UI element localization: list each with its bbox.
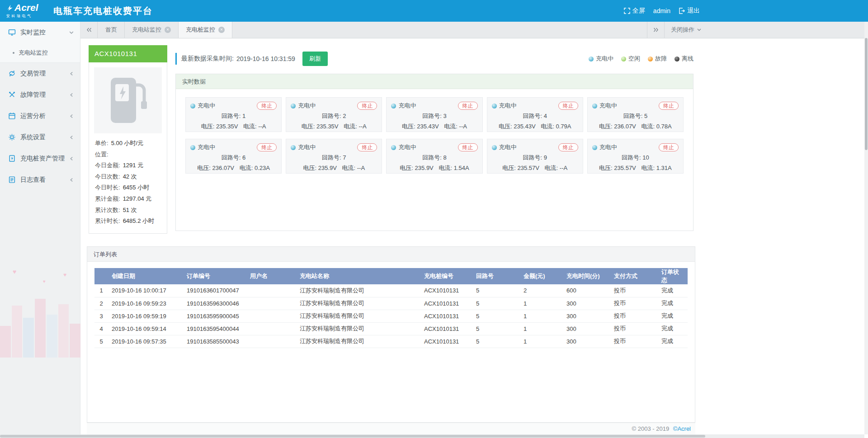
document-icon <box>8 176 16 184</box>
realtime-data-panel: 实时数据 充电中 终止 回路号: 1 <box>175 74 693 231</box>
circuit-label: 回路号: <box>623 113 643 119</box>
card-status-label: 充电中 <box>599 102 617 110</box>
tabs-scroll-right-button[interactable] <box>647 22 664 38</box>
fullscreen-button[interactable]: 全屏 <box>624 7 645 15</box>
cell-station-name: 江苏安科瑞制造有限公司 <box>296 322 420 335</box>
cell-circuit-number: 5 <box>472 297 520 310</box>
tab-home[interactable]: 首页 <box>98 22 125 38</box>
charging-status-dot <box>291 104 296 108</box>
sidebar-item-realtime-monitor[interactable]: 实时监控 <box>0 22 80 43</box>
open-tabs: 首页 充电站监控 充电桩监控 <box>98 22 232 38</box>
circuit-number-line: 回路号: 2 <box>291 112 377 120</box>
current-value: 1.31A <box>656 165 672 171</box>
circuit-number: 1 <box>242 113 245 119</box>
monitor-icon <box>8 28 16 36</box>
vertical-scrollbar-thumb[interactable] <box>865 38 868 150</box>
voltage-label: 电压: <box>599 165 613 171</box>
close-tab-icon[interactable] <box>165 27 171 33</box>
sidebar: 实时监控 充电站监控 交易管理 故障管理 <box>0 22 80 438</box>
current-label: 电流: <box>641 123 655 130</box>
cell-pile-number: ACX1010131 <box>420 322 472 335</box>
user-menu[interactable]: admin <box>653 7 670 14</box>
card-status-row: 充电中 终止 <box>391 102 477 110</box>
cell-charge-minutes: 300 <box>563 297 610 310</box>
terminate-button[interactable]: 终止 <box>558 143 578 151</box>
footer-brand-link[interactable]: ©Acrel <box>673 425 691 432</box>
tab-station-monitor[interactable]: 充电站监控 <box>125 22 179 38</box>
terminate-button[interactable]: 终止 <box>257 102 277 110</box>
voltage-current-line: 电压: 235.9V 电流: 1.54A <box>391 164 477 172</box>
vertical-scrollbar[interactable] <box>864 22 868 434</box>
chevron-left-icon <box>70 71 74 76</box>
bullet-icon <box>13 52 14 54</box>
table-row: 3 2019-10-16 09:59:19 1910163595900045 江… <box>94 310 688 322</box>
legend-label: 空闲 <box>628 55 640 63</box>
card-status-row: 充电中 终止 <box>291 143 377 151</box>
card-status-label: 充电中 <box>198 102 215 110</box>
logo-subtext: 安科瑞电气 <box>6 14 38 19</box>
sidebar-item-station-monitor[interactable]: 充电站监控 <box>0 43 80 63</box>
legend-label: 离线 <box>682 55 693 63</box>
close-operations-label: 关闭操作 <box>671 26 694 34</box>
circuit-card: 充电中 终止 回路号: 3 电压: 235.43V 电流: --A <box>386 97 482 132</box>
terminate-button[interactable]: 终止 <box>257 143 277 151</box>
voltage-label: 电压: <box>400 165 413 171</box>
voltage-label: 电压: <box>499 123 512 130</box>
sidebar-item-fault[interactable]: 故障管理 <box>0 84 80 105</box>
sidebar-item-asset-management[interactable]: 充电桩资产管理 <box>0 148 80 169</box>
close-operations-button[interactable]: 关闭操作 <box>664 22 708 38</box>
voltage-value: 235.43V <box>514 123 535 130</box>
cell-order-number: 1910163601700047 <box>183 284 246 297</box>
terminate-button[interactable]: 终止 <box>357 143 377 151</box>
sidebar-item-transaction[interactable]: 交易管理 <box>0 63 80 84</box>
sidebar-item-label: 系统设置 <box>20 133 46 141</box>
terminate-button[interactable]: 终止 <box>458 143 478 151</box>
sidebar-item-label: 实时监控 <box>20 28 46 37</box>
sidebar-item-label: 充电桩资产管理 <box>20 155 65 163</box>
circuit-label: 回路号: <box>622 154 641 161</box>
horizontal-scrollbar[interactable] <box>0 434 864 438</box>
device-id-header: ACX1010131 <box>89 45 167 62</box>
cell-charge-minutes: 300 <box>563 310 610 322</box>
refresh-button[interactable]: 刷新 <box>302 52 328 66</box>
voltage-label: 电压: <box>302 123 315 130</box>
stat-label: 位置: <box>95 149 108 160</box>
voltage-label: 电压: <box>303 165 316 171</box>
sidebar-item-logs[interactable]: 日志查看 <box>0 169 80 190</box>
logout-button[interactable]: 退出 <box>679 7 700 15</box>
circuit-number: 7 <box>343 154 346 161</box>
current-value: --A <box>357 165 365 171</box>
cell-circuit-number: 5 <box>472 284 520 297</box>
orders-table: 创建日期订单编号用户名充电站名称充电桩编号回路号金额(元)充电时间(分)支付方式… <box>94 268 688 348</box>
voltage-current-line: 电压: 235.43V 电流: --A <box>391 122 477 131</box>
card-status-label: 充电中 <box>298 143 316 151</box>
terminate-button[interactable]: 终止 <box>357 102 377 110</box>
app-header: Acrel 安科瑞电气 电瓶车充电桩收费平台 全屏 admin 退出 <box>0 0 868 22</box>
circuit-number-line: 回路号: 9 <box>492 154 578 162</box>
legend-label: 充电中 <box>596 55 613 63</box>
close-tab-icon[interactable] <box>218 27 225 33</box>
tabs-scroll-left-button[interactable] <box>80 22 98 38</box>
tab-pile-monitor[interactable]: 充电桩监控 <box>179 22 232 38</box>
terminate-button[interactable]: 终止 <box>659 102 679 110</box>
circuit-number: 2 <box>343 113 346 119</box>
table-row: 1 2019-10-16 10:00:17 1910163601700047 江… <box>94 284 688 297</box>
horizontal-scrollbar-thumb[interactable] <box>0 435 705 438</box>
charging-status-dot <box>190 104 195 108</box>
legend-label: 故障 <box>655 55 667 63</box>
cell-amount: 2 <box>520 284 563 297</box>
collect-time-label: 最新数据采集时间: <box>181 55 234 63</box>
card-status-label: 充电中 <box>499 102 517 110</box>
circuit-label: 回路号: <box>523 113 542 119</box>
card-status-label: 充电中 <box>499 143 517 151</box>
circuit-number: 9 <box>544 154 547 161</box>
terminate-button[interactable]: 终止 <box>458 102 478 110</box>
terminate-button[interactable]: 终止 <box>558 102 578 110</box>
table-header-row: 创建日期订单编号用户名充电站名称充电桩编号回路号金额(元)充电时间(分)支付方式… <box>94 268 688 284</box>
sidebar-item-analysis[interactable]: 运营分析 <box>0 105 80 127</box>
cell-order-status: 完成 <box>658 335 688 348</box>
sidebar-item-settings[interactable]: 系统设置 <box>0 127 80 148</box>
accent-bar <box>175 53 177 65</box>
voltage-label: 电压: <box>201 123 215 130</box>
terminate-button[interactable]: 终止 <box>659 143 679 151</box>
